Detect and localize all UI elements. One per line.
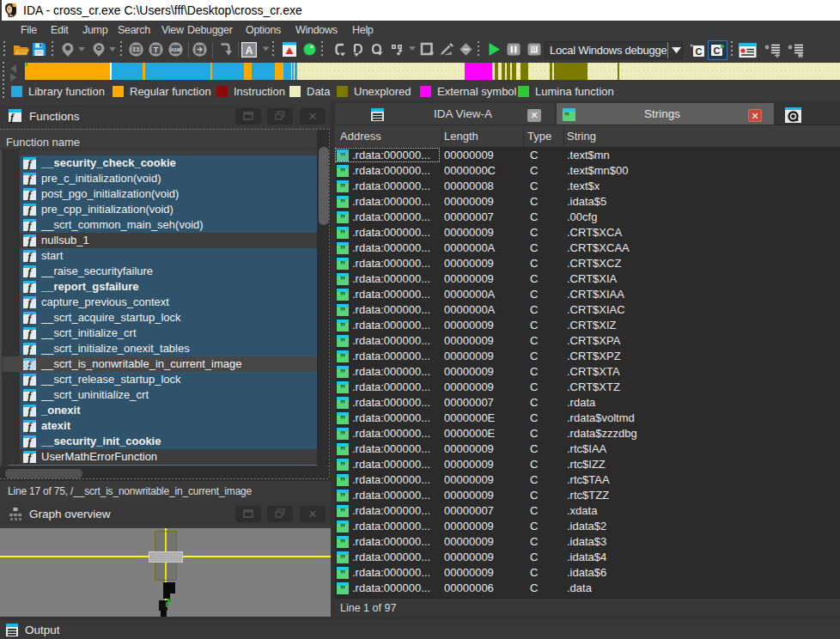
svg-text:ASM: ASM [171,47,180,52]
svg-text:A: A [246,45,253,57]
svg-text:C: C [696,46,703,57]
svg-text:C: C [714,46,721,56]
svg-text:T: T [154,45,159,54]
